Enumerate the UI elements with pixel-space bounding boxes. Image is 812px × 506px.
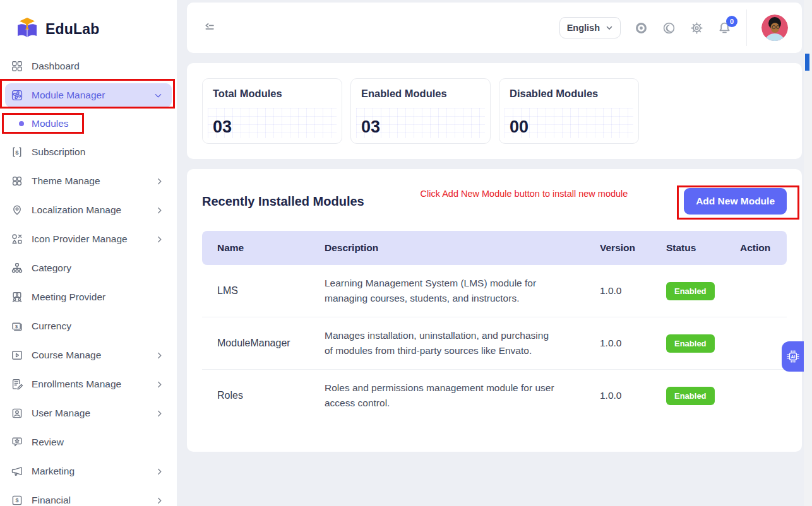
stat-card-label: Disabled Modules <box>510 88 598 100</box>
sidebar-item-label: Localization Manage <box>32 204 121 216</box>
ai-assistant-button[interactable]: AI <box>782 341 804 372</box>
svg-text:$: $ <box>15 324 18 329</box>
svg-text:$: $ <box>15 149 19 156</box>
bell-icon[interactable]: 0 <box>717 21 732 35</box>
sidebar-item-label: Dashboard <box>32 61 80 72</box>
sidebar-item-label: Currency <box>32 321 71 332</box>
language-select[interactable]: English <box>559 17 621 38</box>
module-description: Manages installation, uninstallation, an… <box>309 328 585 358</box>
sidebar-item-label: Meeting Provider <box>32 291 105 303</box>
table-header-row: NameDescriptionVersionStatusAction <box>202 231 787 265</box>
svg-text:AI: AI <box>791 355 795 359</box>
bullet-icon <box>19 121 24 126</box>
sidebar-item-label: Review <box>32 437 64 448</box>
logo[interactable]: EduLab <box>0 0 177 44</box>
svg-text:$: $ <box>15 497 18 503</box>
megaphone-icon <box>10 465 23 478</box>
notification-badge: 0 <box>726 16 737 27</box>
modules-table: NameDescriptionVersionStatusAction LMSLe… <box>202 231 787 421</box>
add-new-module-button[interactable]: Add New Module <box>684 188 787 215</box>
sidebar-item-financial[interactable]: $Financial <box>0 486 177 506</box>
stat-card-value: 03 <box>361 117 380 137</box>
module-description: Roles and permissions management module … <box>309 380 585 411</box>
document-pen-icon <box>10 378 23 391</box>
column-header-name: Name <box>202 242 309 254</box>
status-badge: Enabled <box>666 334 715 353</box>
annotation-note: Click Add New Module button to install n… <box>364 189 684 199</box>
sidebar: EduLab DashboardModule ManagerModules$Su… <box>0 0 177 506</box>
module-name: LMS <box>202 285 309 297</box>
stat-card-value: 03 <box>213 117 232 137</box>
sidebar-item-meeting-provider[interactable]: Meeting Provider <box>0 283 177 312</box>
table-body: LMSLearning Management System (LMS) modu… <box>202 265 787 421</box>
table-row: RolesRoles and permissions management mo… <box>202 370 787 421</box>
sidebar-item-module-manager[interactable]: Module Manager <box>5 83 172 107</box>
chevron-right-icon <box>155 351 164 360</box>
sidebar-subitem-label: Modules <box>32 118 69 129</box>
column-header-status: Status <box>651 242 725 254</box>
table-row: ModuleManagerManages installation, unins… <box>202 317 787 370</box>
sidebar-subitem-modules[interactable]: Modules <box>0 110 177 138</box>
sidebar-item-enrollments-manage[interactable]: Enrollments Manage <box>0 370 177 399</box>
section-title: Recently Installed Modules <box>202 194 364 209</box>
chevron-right-icon <box>155 235 164 244</box>
stats-panel: Total Modules03Enabled Modules03Disabled… <box>187 63 802 159</box>
chevron-right-icon <box>155 496 164 505</box>
module-name: ModuleManager <box>202 338 309 349</box>
sidebar-item-currency[interactable]: $Currency <box>0 312 177 341</box>
module-version: 1.0.0 <box>585 285 651 297</box>
sidebar-item-marketing[interactable]: Marketing <box>0 457 177 486</box>
user-card-icon <box>10 407 23 420</box>
sidebar-item-label: Category <box>32 262 71 274</box>
sidebar-item-label: Icon Provider Manage <box>32 233 128 245</box>
module-version: 1.0.0 <box>585 338 651 349</box>
language-select-value: English <box>567 23 600 33</box>
stat-card-label: Enabled Modules <box>361 88 447 100</box>
sidebar-item-label: Marketing <box>32 466 75 477</box>
pinwheel-icon <box>10 89 23 102</box>
stat-card-label: Total Modules <box>213 88 282 100</box>
chevron-down-icon <box>606 24 613 32</box>
chevron-right-icon <box>155 380 164 389</box>
sidebar-item-theme-manage[interactable]: Theme Manage <box>0 167 177 196</box>
sidebar-item-localization-manage[interactable]: Localization Manage <box>0 196 177 225</box>
module-status-cell: Enabled <box>651 282 725 300</box>
ai-chip-icon: AI <box>786 350 800 363</box>
avatar[interactable] <box>761 15 788 41</box>
module-version: 1.0.0 <box>585 390 651 401</box>
video-icon <box>10 349 23 362</box>
sidebar-item-course-manage[interactable]: Course Manage <box>0 341 177 370</box>
theme-circles-icon <box>10 175 23 188</box>
module-status-cell: Enabled <box>651 387 725 405</box>
sidebar-item-dashboard[interactable]: Dashboard <box>0 52 177 81</box>
hierarchy-icon <box>10 262 23 275</box>
sidebar-item-icon-provider-manage[interactable]: Icon Provider Manage <box>0 225 177 254</box>
shapes-icon <box>10 233 23 246</box>
moon-icon[interactable] <box>662 21 676 35</box>
chevron-right-icon <box>155 467 164 476</box>
module-status-cell: Enabled <box>651 334 725 353</box>
sidebar-item-label: User Manage <box>32 408 90 419</box>
column-header-description: Description <box>309 242 585 254</box>
stat-card-total-modules: Total Modules03 <box>202 78 342 144</box>
sidebar-item-label: Financial <box>32 495 71 506</box>
gear-icon[interactable] <box>690 21 704 35</box>
sidebar-item-review[interactable]: Review <box>0 428 177 457</box>
modules-panel: Recently Installed Modules Click Add New… <box>187 169 802 452</box>
sidebar-item-label: Enrollments Manage <box>32 379 121 390</box>
sidebar-item-subscription[interactable]: $Subscription <box>0 138 177 167</box>
scrollbar-thumb[interactable] <box>805 54 809 71</box>
collapse-sidebar-icon[interactable] <box>203 21 217 35</box>
dollar-square-icon: $ <box>10 494 23 506</box>
people-screen-icon <box>10 291 23 304</box>
sidebar-item-label: Module Manager <box>32 90 105 101</box>
scrollbar-track <box>804 0 812 506</box>
modules-panel-head: Recently Installed Modules Click Add New… <box>202 188 787 215</box>
sidebar-item-category[interactable]: Category <box>0 254 177 283</box>
banknote-icon: $ <box>10 320 23 333</box>
sidebar-item-user-manage[interactable]: User Manage <box>0 399 177 428</box>
column-header-version: Version <box>585 242 651 254</box>
chevron-right-icon <box>155 206 164 215</box>
star-bubble-icon <box>10 436 23 449</box>
eye-icon[interactable] <box>634 21 648 35</box>
